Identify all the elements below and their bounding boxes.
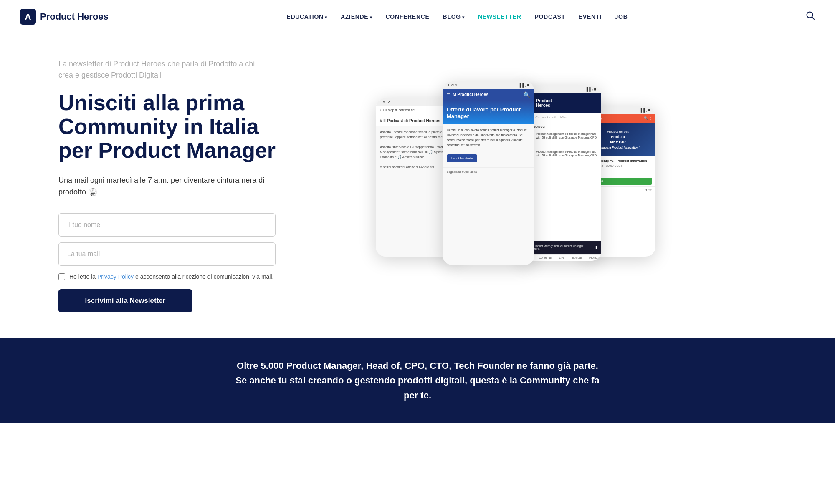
logo-icon: A (20, 9, 36, 25)
nav-conference[interactable]: CONFERENCE (386, 13, 430, 20)
hero-content: La newsletter di Product Heroes che parl… (58, 58, 351, 312)
hero-title: Unisciti alla primaCommunity in Italiape… (58, 91, 351, 163)
submit-button[interactable]: Iscrivimi alla Newsletter (58, 289, 192, 312)
bottom-line1: Oltre 5.000 Product Manager, Head of, CP… (230, 358, 605, 373)
nav-eventi[interactable]: EVENTI (579, 13, 602, 20)
nav-aziende[interactable]: AZIENDE (341, 13, 372, 20)
email-input[interactable] (58, 242, 276, 266)
signup-form: Ho letto la Privacy Policy e acconsento … (58, 213, 276, 312)
phone-mockups: 15:13 ▐▐ ᵧ ■ ‹ Gli step di carriera del.… (367, 73, 793, 298)
svg-line-3 (812, 17, 814, 19)
nav-podcast[interactable]: PODCAST (534, 13, 565, 20)
privacy-link[interactable]: Privacy Policy (97, 273, 134, 280)
nav-blog[interactable]: BLOG (443, 13, 465, 20)
phone-jobs: 16:14 ▐▐ ᵧ ■ ≡ M Product Heroes 🔍 Offert… (443, 81, 534, 265)
hero-section: La newsletter di Product Heroes che parl… (0, 33, 835, 338)
search-icon[interactable] (806, 11, 815, 22)
privacy-checkbox[interactable] (58, 273, 65, 280)
nav-job[interactable]: JOB (615, 13, 628, 20)
privacy-label: Ho letto la Privacy Policy e acconsento … (69, 273, 273, 280)
jobs-nav: ≡ M Product Heroes 🔍 (443, 89, 534, 101)
privacy-row: Ho letto la Privacy Policy e acconsento … (58, 273, 276, 280)
nav-menu: EDUCATION AZIENDE CONFERENCE BLOG NEWSLE… (286, 13, 628, 20)
hero-subtitle: La newsletter di Product Heroes che parl… (58, 58, 267, 81)
jobs-content: Offerte di lavoro per Product Manager Ce… (443, 101, 534, 265)
bottom-banner: Oltre 5.000 Product Manager, Head of, CP… (0, 338, 835, 423)
nav-education[interactable]: EDUCATION (286, 13, 327, 20)
brand-logo[interactable]: A Product Heroes (20, 9, 109, 25)
svg-text:A: A (25, 11, 31, 22)
status-bar-2: 16:14 ▐▐ ᵧ ■ (443, 81, 534, 89)
brand-name: Product Heroes (40, 11, 109, 22)
name-input[interactable] (58, 213, 276, 237)
bottom-line2: Se anche tu stai creando o gestendo prod… (230, 373, 605, 402)
hero-description: Una mail ogni martedì alle 7 a.m. per di… (58, 174, 351, 199)
nav-newsletter[interactable]: NEWSLETTER (478, 13, 521, 20)
navigation: A Product Heroes EDUCATION AZIENDE CONFE… (0, 0, 835, 33)
